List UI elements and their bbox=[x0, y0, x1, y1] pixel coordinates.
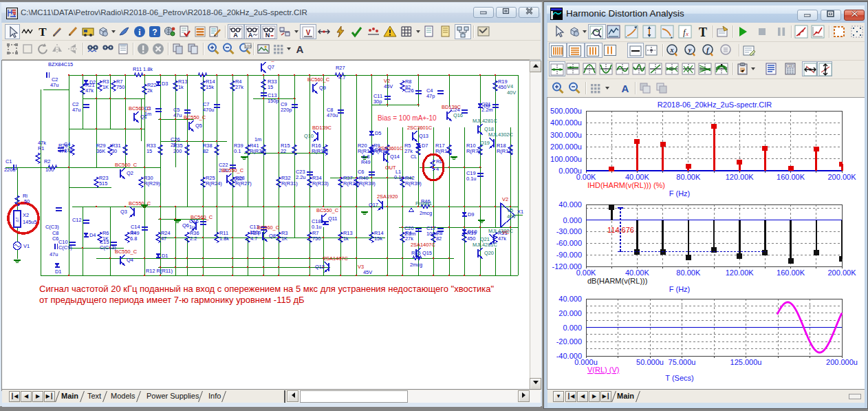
svg-text:4.7: 4.7 bbox=[338, 74, 345, 81]
svg-text:47u: 47u bbox=[50, 82, 58, 88]
svg-text:C6: C6 bbox=[358, 169, 364, 175]
svg-text:2SA1407C: 2SA1407C bbox=[411, 242, 435, 248]
svg-text:125.000u: 125.000u bbox=[730, 358, 762, 366]
svg-text:30p: 30p bbox=[373, 98, 382, 105]
svg-text:2mcg: 2mcg bbox=[420, 210, 432, 216]
svg-text:82: 82 bbox=[203, 148, 208, 154]
svg-text:Q16: Q16 bbox=[453, 112, 463, 118]
svg-text:1.8k: 1.8k bbox=[219, 235, 229, 242]
svg-text:BC550_C: BC550_C bbox=[115, 249, 138, 255]
svg-text:Q12: Q12 bbox=[315, 264, 325, 270]
svg-text:100: 100 bbox=[45, 167, 54, 173]
svg-text:V1: V1 bbox=[23, 243, 30, 249]
svg-text:15k: 15k bbox=[374, 235, 382, 242]
svg-text:C4: C4 bbox=[64, 141, 70, 147]
svg-text:80.00K: 80.00K bbox=[676, 173, 701, 181]
svg-text:100.000u: 100.000u bbox=[550, 155, 582, 163]
svg-text:750: 750 bbox=[312, 235, 321, 242]
svg-text:MJL4281C: MJL4281C bbox=[473, 118, 497, 124]
svg-text:C6: C6 bbox=[52, 235, 58, 242]
svg-text:D8: D8 bbox=[484, 103, 490, 109]
svg-text:200.000u: 200.000u bbox=[826, 358, 858, 366]
svg-text:T (Secs): T (Secs) bbox=[665, 374, 693, 382]
svg-text:Q6: Q6 bbox=[182, 222, 189, 229]
svg-text:27k: 27k bbox=[235, 84, 243, 90]
svg-text:BC560_C: BC560_C bbox=[115, 162, 138, 168]
svg-text:Q10: Q10 bbox=[304, 133, 314, 139]
svg-text:MJL4302C: MJL4302C bbox=[488, 131, 513, 138]
svg-text:470u: 470u bbox=[203, 107, 214, 113]
svg-text:750: 750 bbox=[116, 84, 124, 90]
svg-text:-30.000: -30.000 bbox=[556, 227, 582, 235]
svg-text:400.000u: 400.000u bbox=[550, 118, 582, 127]
svg-text:V5: V5 bbox=[507, 207, 513, 213]
svg-text:2SA1920: 2SA1920 bbox=[377, 193, 398, 200]
svg-text:Q7: Q7 bbox=[268, 64, 274, 70]
svg-text:22: 22 bbox=[171, 142, 176, 148]
svg-text:Q11: Q11 bbox=[328, 215, 337, 222]
svg-text:R(R15): R(R15) bbox=[312, 148, 328, 154]
svg-text:F (Hz): F (Hz) bbox=[669, 285, 691, 293]
svg-text:C26: C26 bbox=[404, 87, 414, 94]
svg-text:0.00K: 0.00K bbox=[576, 268, 596, 277]
svg-text:-90.000: -90.000 bbox=[556, 251, 582, 259]
svg-text:0.00K: 0.00K bbox=[576, 173, 596, 181]
svg-text:A: A bbox=[248, 32, 253, 39]
svg-text:dB(HARM(v(RL))): dB(HARM(v(RL))) bbox=[587, 277, 647, 285]
svg-text:120.00K: 120.00K bbox=[726, 268, 755, 277]
svg-text:VC: VC bbox=[502, 229, 510, 235]
svg-text:470u: 470u bbox=[327, 112, 338, 118]
svg-text:BC550_C: BC550_C bbox=[316, 207, 339, 213]
svg-text:200.00K: 200.00K bbox=[828, 173, 857, 181]
svg-text:45V: 45V bbox=[363, 269, 372, 275]
svg-text:ΔT: ΔT bbox=[15, 217, 19, 222]
svg-text:15k: 15k bbox=[206, 84, 214, 90]
svg-text:-20.000: -20.000 bbox=[556, 337, 582, 346]
svg-text:R11 1.8k: R11 1.8k bbox=[133, 66, 153, 72]
svg-text:D7: D7 bbox=[422, 143, 428, 149]
svg-text:D1: D1 bbox=[55, 268, 61, 275]
svg-text:1K: 1K bbox=[102, 84, 109, 90]
svg-text:15: 15 bbox=[268, 84, 273, 90]
svg-text:160.00K: 160.00K bbox=[777, 268, 805, 277]
svg-text:Q21: Q21 bbox=[480, 236, 490, 242]
svg-text:V4: V4 bbox=[507, 83, 513, 89]
svg-text:0.1: 0.1 bbox=[234, 148, 241, 154]
svg-text:V(RL) (V): V(RL) (V) bbox=[587, 366, 619, 374]
svg-text:220p: 220p bbox=[281, 107, 292, 113]
svg-text:x: x bbox=[685, 30, 688, 37]
svg-text:MJL4302C: MJL4302C bbox=[488, 228, 513, 234]
svg-text:47u: 47u bbox=[50, 251, 58, 257]
svg-text:A: A bbox=[622, 83, 629, 94]
svg-text:R49: R49 bbox=[361, 159, 371, 165]
svg-text:6.8: 6.8 bbox=[130, 235, 137, 242]
svg-text:IHD(HARM(v(RL))) (%): IHD(HARM(v(RL))) (%) bbox=[587, 181, 665, 189]
svg-text:C(C9): C(C9) bbox=[58, 244, 72, 251]
svg-text:Q15: Q15 bbox=[422, 250, 432, 256]
svg-text:40.00K: 40.00K bbox=[625, 173, 650, 181]
svg-text:36K: 36K bbox=[96, 148, 105, 154]
svg-text:40.000: 40.000 bbox=[558, 295, 582, 303]
svg-text:X2: X2 bbox=[23, 212, 29, 218]
svg-text:R27: R27 bbox=[336, 65, 345, 71]
svg-text:R2018-06_20kHz_2uS-spectr.CIR: R2018-06_20kHz_2uS-spectr.CIR bbox=[658, 101, 772, 109]
svg-text:500.000u: 500.000u bbox=[550, 107, 582, 115]
svg-text:C(C13): C(C13) bbox=[100, 244, 116, 251]
svg-text:2.2u: 2.2u bbox=[296, 174, 305, 180]
svg-text:C12: C12 bbox=[72, 217, 82, 223]
svg-text:R(R7): R(R7) bbox=[466, 148, 480, 154]
svg-text:BZX84C15: BZX84C15 bbox=[48, 61, 73, 67]
svg-text:-60.000: -60.000 bbox=[556, 239, 582, 247]
svg-text:D1: D1 bbox=[162, 253, 168, 259]
svg-text:2SC3601C: 2SC3601C bbox=[407, 125, 433, 131]
svg-text:Q8: Q8 bbox=[269, 233, 276, 239]
svg-text:Q1: Q1 bbox=[140, 114, 147, 120]
svg-text:BC550_C: BC550_C bbox=[184, 114, 206, 120]
svg-text:47p: 47p bbox=[426, 93, 435, 99]
svg-text:4: 4 bbox=[436, 166, 439, 172]
svg-text:Q14: Q14 bbox=[390, 154, 400, 160]
svg-text:BC560_C: BC560_C bbox=[191, 214, 213, 220]
svg-text:22: 22 bbox=[281, 148, 286, 154]
svg-text:?: ? bbox=[152, 28, 157, 37]
svg-text:47k: 47k bbox=[498, 235, 506, 242]
